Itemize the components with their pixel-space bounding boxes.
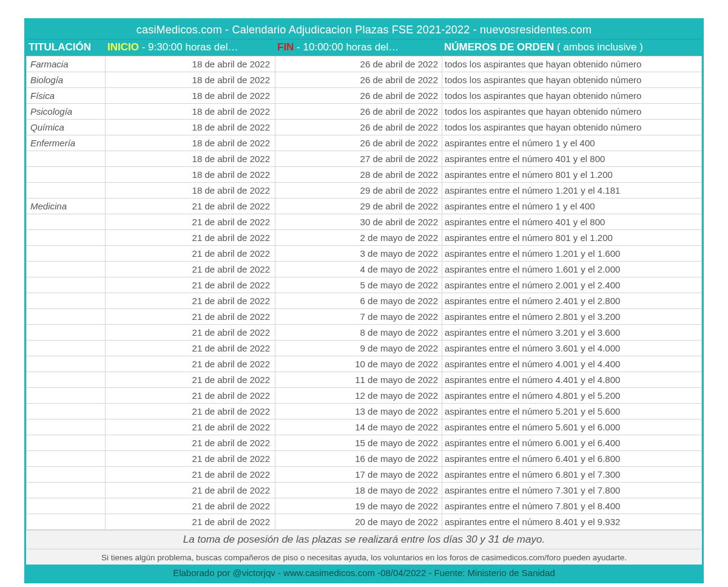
table-row: 21 de abril de 202214 de mayo de 2022asp… <box>27 419 702 435</box>
header-titulacion: TITULACIÓN <box>26 39 105 56</box>
cell-inicio: 21 de abril de 2022 <box>106 419 275 435</box>
table-row: Psicología18 de abril de 202226 de abril… <box>27 104 702 120</box>
cell-fin: 18 de mayo de 2022 <box>275 483 442 498</box>
cell-fin: 3 de mayo de 2022 <box>275 246 442 262</box>
cell-orden: aspirantes entre el número 8.401 y el 9.… <box>442 514 702 530</box>
cell-orden: aspirantes entre el número 1 y el 400 <box>442 198 702 214</box>
table-row: 21 de abril de 20227 de mayo de 2022aspi… <box>27 309 702 325</box>
cell-fin: 5 de mayo de 2022 <box>275 277 442 293</box>
table-row: 21 de abril de 202230 de abril de 2022as… <box>27 214 702 230</box>
table-row: 21 de abril de 202212 de mayo de 2022asp… <box>27 388 702 404</box>
table-row: 18 de abril de 202229 de abril de 2022as… <box>27 183 702 198</box>
header-orden: NÚMEROS DE ORDEN ( ambos inclusive ) <box>442 39 702 56</box>
table-row: 21 de abril de 202213 de mayo de 2022asp… <box>27 404 702 419</box>
cell-inicio: 18 de abril de 2022 <box>106 56 275 72</box>
table-row: 18 de abril de 202228 de abril de 2022as… <box>27 167 702 183</box>
cell-orden: aspirantes entre el número 1 y el 400 <box>442 135 702 151</box>
cell-orden: aspirantes entre el número 5.201 y el 5.… <box>442 404 702 419</box>
calendar-frame: casiMedicos.com - Calendario Adjudicacio… <box>24 18 704 583</box>
cell-titulacion <box>27 467 106 483</box>
cell-titulacion <box>27 483 106 498</box>
cell-orden: aspirantes entre el número 1.201 y el 4.… <box>442 183 702 198</box>
cell-titulacion: Química <box>27 120 106 135</box>
cell-orden: aspirantes entre el número 4.801 y el 5.… <box>442 388 702 404</box>
cell-inicio: 21 de abril de 2022 <box>106 293 275 309</box>
cell-titulacion <box>27 309 106 325</box>
cell-fin: 2 de mayo de 2022 <box>275 230 442 246</box>
cell-titulacion <box>27 277 106 293</box>
cell-fin: 8 de mayo de 2022 <box>275 325 442 341</box>
cell-inicio: 21 de abril de 2022 <box>106 309 275 325</box>
table-header: TITULACIÓN INICIO - 9:30:00 horas del… F… <box>26 39 702 56</box>
cell-orden: aspirantes entre el número 801 y el 1.20… <box>442 167 702 183</box>
cell-inicio: 21 de abril de 2022 <box>106 198 275 214</box>
cell-titulacion <box>27 293 106 309</box>
table-row: 21 de abril de 20222 de mayo de 2022aspi… <box>27 230 702 246</box>
table-row: 21 de abril de 202220 de mayo de 2022asp… <box>27 514 702 530</box>
table-row: Medicina21 de abril de 202229 de abril d… <box>27 198 702 214</box>
cell-orden: aspirantes entre el número 2.001 y el 2.… <box>442 277 702 293</box>
cell-inicio: 18 de abril de 2022 <box>106 167 275 183</box>
header-inicio: INICIO - 9:30:00 horas del… <box>105 39 275 56</box>
cell-titulacion <box>27 514 106 530</box>
cell-fin: 28 de abril de 2022 <box>275 167 442 183</box>
cell-titulacion <box>27 356 106 372</box>
cell-fin: 9 de mayo de 2022 <box>275 341 442 356</box>
cell-fin: 7 de mayo de 2022 <box>275 309 442 325</box>
cell-inicio: 21 de abril de 2022 <box>106 451 275 467</box>
cell-orden: todos los aspirantes que hayan obtenido … <box>442 72 702 88</box>
cell-inicio: 21 de abril de 2022 <box>106 404 275 419</box>
cell-fin: 12 de mayo de 2022 <box>275 388 442 404</box>
calendar-table: Farmacia18 de abril de 202226 de abril d… <box>26 56 702 530</box>
cell-inicio: 21 de abril de 2022 <box>106 388 275 404</box>
cell-orden: aspirantes entre el número 2.801 y el 3.… <box>442 309 702 325</box>
cell-fin: 29 de abril de 2022 <box>275 198 442 214</box>
cell-fin: 11 de mayo de 2022 <box>275 372 442 388</box>
cell-fin: 26 de abril de 2022 <box>275 104 442 120</box>
cell-fin: 14 de mayo de 2022 <box>275 419 442 435</box>
cell-titulacion <box>27 230 106 246</box>
cell-fin: 26 de abril de 2022 <box>275 56 442 72</box>
table-row: 21 de abril de 20229 de mayo de 2022aspi… <box>27 341 702 356</box>
table-row: Biología18 de abril de 202226 de abril d… <box>27 72 702 88</box>
footer-credits: Elaborado por @victorjqv - www.casimedic… <box>26 565 702 582</box>
header-fin: FIN - 10:00:00 horas del… <box>275 39 442 56</box>
cell-orden: aspirantes entre el número 6.801 y el 7.… <box>442 467 702 483</box>
cell-titulacion <box>27 183 106 198</box>
cell-inicio: 18 de abril de 2022 <box>106 88 275 104</box>
cell-titulacion: Psicología <box>27 104 106 120</box>
cell-orden: aspirantes entre el número 7.801 y el 8.… <box>442 498 702 514</box>
cell-inicio: 18 de abril de 2022 <box>106 183 275 198</box>
table-row: 21 de abril de 202211 de mayo de 2022asp… <box>27 372 702 388</box>
cell-titulacion <box>27 262 106 277</box>
cell-orden: todos los aspirantes que hayan obtenido … <box>442 120 702 135</box>
cell-orden: aspirantes entre el número 5.601 y el 6.… <box>442 419 702 435</box>
cell-orden: aspirantes entre el número 6.001 y el 6.… <box>442 435 702 451</box>
cell-orden: aspirantes entre el número 7.301 y el 7.… <box>442 483 702 498</box>
table-row: 21 de abril de 20223 de mayo de 2022aspi… <box>27 246 702 262</box>
table-row: Enfermería18 de abril de 202226 de abril… <box>27 135 702 151</box>
cell-inicio: 21 de abril de 2022 <box>106 483 275 498</box>
cell-inicio: 21 de abril de 2022 <box>106 467 275 483</box>
cell-titulacion: Biología <box>27 72 106 88</box>
cell-inicio: 21 de abril de 2022 <box>106 262 275 277</box>
cell-inicio: 21 de abril de 2022 <box>106 277 275 293</box>
table-row: Química18 de abril de 202226 de abril de… <box>27 120 702 135</box>
page-title: casiMedicos.com - Calendario Adjudicacio… <box>26 20 702 39</box>
cell-fin: 10 de mayo de 2022 <box>275 356 442 372</box>
cell-inicio: 21 de abril de 2022 <box>106 435 275 451</box>
cell-inicio: 18 de abril de 2022 <box>106 135 275 151</box>
footer-posesion: La toma de posesión de las plazas se rea… <box>26 530 702 549</box>
cell-inicio: 21 de abril de 2022 <box>106 214 275 230</box>
cell-orden: aspirantes entre el número 4.001 y el 4.… <box>442 356 702 372</box>
footer-help: Si tienes algún problema, buscas compañe… <box>26 549 702 565</box>
cell-fin: 19 de mayo de 2022 <box>275 498 442 514</box>
cell-inicio: 21 de abril de 2022 <box>106 246 275 262</box>
cell-inicio: 21 de abril de 2022 <box>106 372 275 388</box>
table-row: 21 de abril de 20228 de mayo de 2022aspi… <box>27 325 702 341</box>
cell-inicio: 21 de abril de 2022 <box>106 498 275 514</box>
cell-fin: 4 de mayo de 2022 <box>275 262 442 277</box>
cell-orden: aspirantes entre el número 2.401 y el 2.… <box>442 293 702 309</box>
header-orden-rest: ( ambos inclusive ) <box>554 41 642 53</box>
cell-fin: 15 de mayo de 2022 <box>275 435 442 451</box>
